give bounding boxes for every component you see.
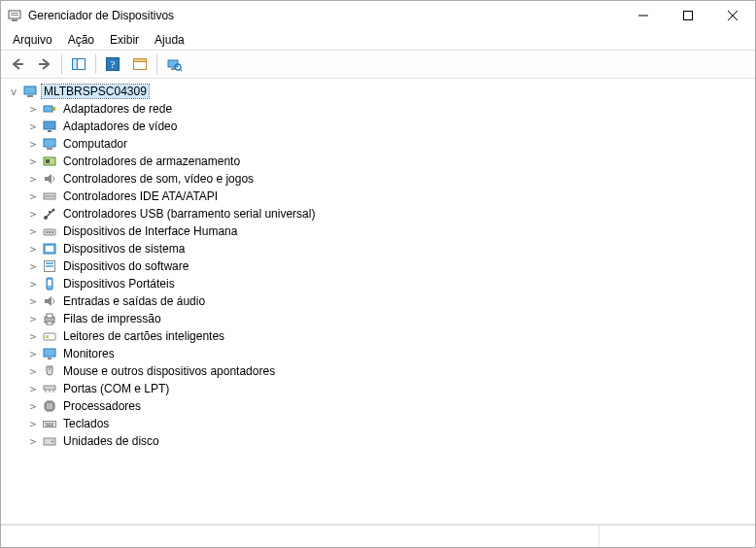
expand-toggle-icon[interactable]: > bbox=[26, 294, 40, 308]
expand-toggle-icon[interactable]: > bbox=[26, 172, 40, 186]
svg-rect-29 bbox=[46, 159, 50, 163]
svg-rect-16 bbox=[168, 60, 178, 67]
svg-line-19 bbox=[180, 69, 182, 71]
sound-controller-icon bbox=[42, 171, 57, 187]
svg-rect-37 bbox=[49, 231, 51, 233]
expand-toggle-icon[interactable]: > bbox=[26, 154, 40, 168]
tree-node[interactable]: >Dispositivos de Interface Humana bbox=[26, 223, 755, 240]
svg-rect-1 bbox=[11, 13, 18, 14]
expand-toggle-icon[interactable]: > bbox=[26, 137, 40, 151]
svg-text:?: ? bbox=[111, 58, 116, 70]
svg-rect-3 bbox=[12, 19, 17, 21]
computer-icon bbox=[22, 84, 38, 99]
expand-toggle-icon[interactable]: v bbox=[7, 85, 20, 98]
tree-node[interactable]: >Controladores de som, vídeo e jogos bbox=[26, 170, 755, 188]
toolbar-scan-hardware-button[interactable] bbox=[161, 51, 187, 77]
expand-toggle-icon[interactable]: > bbox=[26, 347, 40, 360]
svg-rect-52 bbox=[48, 358, 52, 360]
tree-node-label: Mouse e outros dispositivos apontadores bbox=[61, 364, 277, 378]
tree-node[interactable]: >Unidades de disco bbox=[26, 432, 755, 450]
tree-node-label: Processadores bbox=[61, 399, 143, 413]
system-device-icon bbox=[42, 241, 57, 257]
expand-toggle-icon[interactable]: > bbox=[26, 399, 40, 413]
tree-node-label: Controladores de som, vídeo e jogos bbox=[61, 172, 256, 186]
menu-file[interactable]: Arquivo bbox=[5, 31, 60, 49]
tree-node[interactable]: >Dispositivos Portáteis bbox=[26, 275, 755, 292]
expand-toggle-icon[interactable]: > bbox=[26, 312, 40, 325]
tree-node[interactable]: >Adaptadores de rede bbox=[26, 100, 755, 118]
svg-rect-49 bbox=[44, 333, 55, 340]
minimize-button[interactable] bbox=[621, 1, 666, 30]
expand-toggle-icon[interactable]: > bbox=[26, 329, 40, 343]
tree-node[interactable]: >Monitores bbox=[26, 345, 755, 362]
smart-card-reader-icon bbox=[42, 328, 57, 344]
tree-node-label: Adaptadores de rede bbox=[61, 102, 174, 116]
toolbar-forward-button[interactable] bbox=[32, 51, 57, 77]
device-manager-window: Gerenciador de Dispositivos Arquivo Ação… bbox=[0, 0, 756, 548]
toolbar-properties-button[interactable] bbox=[127, 51, 153, 77]
tree-node[interactable]: >Processadores bbox=[26, 397, 755, 415]
expand-toggle-icon[interactable]: > bbox=[26, 120, 40, 133]
tree-node-label: Dispositivos de sistema bbox=[61, 242, 187, 256]
tree-node[interactable]: >Leitores de cartões inteligentes bbox=[26, 327, 755, 345]
svg-rect-38 bbox=[52, 231, 53, 233]
tree-node-label: Unidades de disco bbox=[61, 434, 161, 448]
expand-toggle-icon[interactable]: > bbox=[26, 259, 40, 273]
tree-node[interactable]: >Mouse e outros dispositivos apontadores bbox=[26, 362, 755, 380]
svg-rect-63 bbox=[44, 438, 55, 445]
expand-toggle-icon[interactable]: > bbox=[26, 277, 40, 291]
svg-rect-48 bbox=[47, 322, 52, 325]
expand-toggle-icon[interactable]: > bbox=[26, 434, 40, 448]
toolbar-show-hide-tree-button[interactable] bbox=[66, 51, 91, 77]
tree-node[interactable]: >Computador bbox=[26, 135, 755, 153]
expand-toggle-icon[interactable]: > bbox=[26, 102, 40, 116]
expand-toggle-icon[interactable]: > bbox=[26, 207, 40, 221]
svg-rect-45 bbox=[48, 280, 52, 286]
menu-action[interactable]: Ação bbox=[60, 31, 102, 49]
tree-node[interactable]: >Filas de impressão bbox=[26, 310, 755, 327]
tree-pane[interactable]: vMLTBRSPSC04309>Adaptadores de rede>Adap… bbox=[1, 79, 755, 525]
toolbar-separator bbox=[156, 54, 157, 74]
maximize-button[interactable] bbox=[666, 1, 710, 30]
tree-node[interactable]: >Controladores USB (barramento serial un… bbox=[26, 205, 755, 223]
tree-node[interactable]: >Dispositivos de sistema bbox=[26, 240, 755, 257]
svg-rect-15 bbox=[134, 59, 147, 62]
tree-node-label: Monitores bbox=[61, 347, 117, 360]
expand-toggle-icon[interactable]: > bbox=[26, 242, 40, 256]
mouse-icon bbox=[42, 363, 57, 379]
monitor-icon bbox=[42, 346, 57, 361]
close-button[interactable] bbox=[710, 1, 755, 30]
usb-controller-icon bbox=[42, 206, 57, 222]
expand-toggle-icon[interactable]: > bbox=[26, 417, 40, 430]
toolbar-back-button[interactable] bbox=[5, 51, 30, 77]
tree-node[interactable]: >Teclados bbox=[26, 415, 755, 432]
menu-view[interactable]: Exibir bbox=[102, 31, 147, 49]
toolbar-help-button[interactable]: ? bbox=[100, 51, 125, 77]
tree-root-node[interactable]: vMLTBRSPSC04309 bbox=[7, 83, 755, 100]
svg-rect-34 bbox=[49, 211, 51, 213]
toolbar-separator bbox=[95, 54, 96, 74]
svg-rect-40 bbox=[46, 246, 53, 252]
menu-help[interactable]: Ajuda bbox=[147, 31, 192, 49]
tree-node-label: Filas de impressão bbox=[61, 312, 163, 325]
svg-rect-23 bbox=[52, 107, 55, 111]
menubar: Arquivo Ação Exibir Ajuda bbox=[1, 30, 755, 50]
status-pane-left bbox=[1, 526, 600, 547]
tree-node[interactable]: >Entradas e saídas de áudio bbox=[26, 292, 755, 310]
tree-node-label: Computador bbox=[61, 137, 129, 151]
expand-toggle-icon[interactable]: > bbox=[26, 224, 40, 238]
svg-rect-57 bbox=[45, 423, 47, 425]
tree-node[interactable]: >Controladores de armazenamento bbox=[26, 153, 755, 170]
expand-toggle-icon[interactable]: > bbox=[26, 364, 40, 378]
tree-node[interactable]: >Controladores IDE ATA/ATAPI bbox=[26, 188, 755, 205]
tree-node[interactable]: >Dispositivos do software bbox=[26, 257, 755, 275]
tree-node[interactable]: >Portas (COM e LPT) bbox=[26, 380, 755, 397]
expand-toggle-icon[interactable]: > bbox=[26, 382, 40, 395]
svg-rect-61 bbox=[52, 423, 54, 425]
tree-node[interactable]: >Adaptadores de vídeo bbox=[26, 118, 755, 135]
toolbar-separator bbox=[61, 54, 62, 74]
svg-rect-47 bbox=[47, 314, 52, 318]
expand-toggle-icon[interactable]: > bbox=[26, 189, 40, 203]
tree-node-label: Controladores de armazenamento bbox=[61, 154, 242, 168]
hid-icon bbox=[42, 223, 57, 239]
